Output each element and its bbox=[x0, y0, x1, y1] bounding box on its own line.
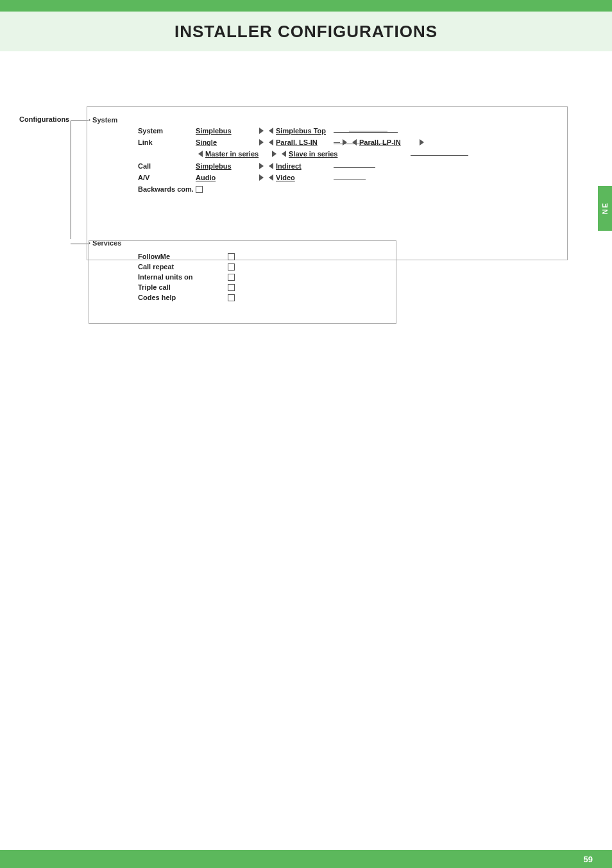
row-link-label: Link bbox=[138, 138, 196, 146]
row-link: Link Single Parall. LS-IN Parall. LP-IN bbox=[138, 138, 427, 146]
arrow-simplebus bbox=[259, 128, 264, 134]
followme-label: FollowMe bbox=[138, 253, 228, 260]
internal-units-checkbox[interactable] bbox=[228, 274, 235, 281]
simplebus-top-label: Simplebus Top bbox=[276, 127, 346, 135]
row-call-label: Call bbox=[138, 162, 196, 170]
row-backwards-label: Backwards com. bbox=[138, 185, 196, 193]
parall-ls-in-label: Parall. LS-IN bbox=[276, 138, 334, 146]
video-label: Video bbox=[276, 174, 295, 181]
row-av: A/V Audio Video bbox=[138, 174, 295, 181]
indirect-label: Indirect bbox=[276, 162, 302, 170]
svc-row-triplecall: Triple call bbox=[138, 283, 235, 291]
page-number: 59 bbox=[584, 855, 593, 864]
line-between bbox=[334, 142, 340, 143]
callrepeat-checkbox[interactable] bbox=[228, 263, 235, 271]
row-system: System Simplebus Simplebus Top bbox=[138, 127, 390, 135]
row-call-value: Simplebus bbox=[196, 162, 257, 170]
top-bar bbox=[0, 0, 612, 12]
codeshelp-label: Codes help bbox=[138, 294, 228, 301]
row-link-value: Single bbox=[196, 138, 257, 146]
svc-row-codeshelp: Codes help bbox=[138, 294, 235, 301]
followme-checkbox[interactable] bbox=[228, 253, 235, 260]
right-tab-label: NE bbox=[601, 202, 609, 214]
arrow-right-audio bbox=[259, 174, 264, 181]
arrow-right-master bbox=[272, 151, 276, 157]
line-video bbox=[334, 179, 366, 179]
arrow-left-slave bbox=[282, 151, 286, 157]
row-backwards: Backwards com. bbox=[138, 185, 203, 193]
page-title: INSTALLER CONFIGURATIONS bbox=[174, 22, 438, 42]
arrow-left-ls-in bbox=[269, 139, 273, 146]
arrow-left-simplebus-top bbox=[269, 128, 273, 134]
row-av-label: A/V bbox=[138, 174, 196, 181]
content-area: Configurations · System · Services Syste… bbox=[0, 51, 598, 850]
line-slave bbox=[411, 155, 468, 156]
triplecall-label: Triple call bbox=[138, 283, 228, 291]
right-tab: NE bbox=[598, 186, 612, 231]
svc-row-followme: FollowMe bbox=[138, 253, 235, 260]
arrow-right-call bbox=[259, 163, 264, 169]
internal-units-label: Internal units on bbox=[138, 273, 228, 281]
row-master: Master in series Slave in series bbox=[196, 150, 337, 158]
svc-row-internal: Internal units on bbox=[138, 273, 235, 281]
slave-in-series-label: Slave in series bbox=[289, 150, 337, 158]
arrow-left-parall-lp bbox=[352, 139, 357, 146]
arrow-left-master bbox=[198, 151, 203, 157]
v-line-main bbox=[71, 121, 71, 239]
master-in-series-label: Master in series bbox=[205, 150, 269, 158]
callrepeat-label: Call repeat bbox=[138, 263, 228, 271]
configurations-label: Configurations bbox=[19, 115, 69, 123]
arrow-left-video bbox=[269, 174, 273, 181]
row-call: Call Simplebus Indirect bbox=[138, 162, 302, 170]
line-simplebus-top bbox=[334, 132, 398, 133]
row-system-label: System bbox=[138, 127, 196, 135]
backwards-checkbox[interactable] bbox=[196, 186, 203, 193]
h-line-services bbox=[71, 244, 89, 244]
svc-row-callrepeat: Call repeat bbox=[138, 263, 235, 271]
arrow-left-indirect bbox=[269, 163, 273, 169]
codeshelp-checkbox[interactable] bbox=[228, 294, 235, 301]
services-box bbox=[89, 240, 396, 324]
arrow-single-right bbox=[259, 139, 264, 146]
arrow-right-end bbox=[420, 139, 424, 146]
line-parall-ls bbox=[334, 144, 388, 144]
bottom-bar: 59 bbox=[0, 850, 612, 868]
title-area: INSTALLER CONFIGURATIONS bbox=[0, 12, 612, 51]
arrow-right-parall-lp bbox=[343, 139, 347, 146]
h-line-configs bbox=[71, 121, 89, 121]
row-system-value: Simplebus bbox=[196, 127, 257, 135]
line-indirect bbox=[334, 167, 375, 168]
row-av-value: Audio bbox=[196, 174, 257, 181]
line-after-simplebus-top bbox=[349, 131, 387, 131]
parall-lp-in-label: Parall. LP-IN bbox=[359, 138, 417, 146]
triplecall-checkbox[interactable] bbox=[228, 284, 235, 291]
